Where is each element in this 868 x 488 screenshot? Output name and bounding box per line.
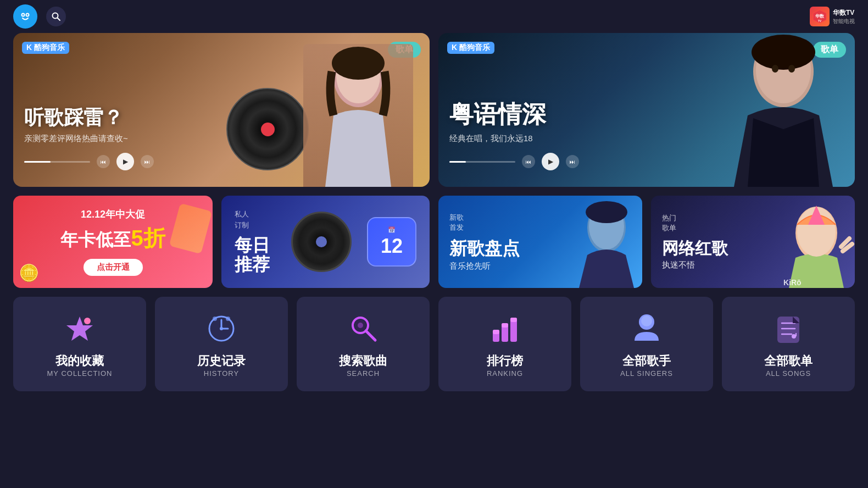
history-en: HISTORY — [197, 369, 246, 378]
main-content: K 酷狗音乐 歌单 听歌踩 — [0, 33, 868, 400]
svg-point-39 — [358, 323, 363, 328]
svg-point-16 — [772, 65, 778, 73]
brand-text: 华数TV 智能电视 — [833, 8, 855, 25]
chart-icon — [487, 311, 522, 346]
svg-rect-43 — [493, 330, 499, 334]
daily-tag1: 私人 — [235, 209, 270, 219]
songs-cn: 全部歌单 — [764, 353, 813, 369]
svg-point-35 — [226, 317, 230, 321]
play-btn-right[interactable]: ▶ — [542, 153, 559, 170]
promo-hot-card[interactable]: 热门 歌单 网络红歌 执迷不悟 KiR — [651, 196, 855, 288]
nav-ranking[interactable]: 排行榜 RANKING — [438, 297, 571, 391]
daily-text-area: 私人 订制 每日 推荐 — [235, 209, 270, 274]
ranking-en: RANKING — [487, 369, 523, 378]
banner-right[interactable]: K 酷狗音乐 歌单 粤语情深 — [438, 33, 855, 187]
search-button[interactable] — [46, 7, 66, 26]
search-labels: 搜索歌曲 SEARCH — [339, 353, 387, 378]
banner-controls-right: ⏮ ▶ ⏭ — [449, 153, 579, 170]
vinyl-record — [226, 88, 309, 170]
svg-line-6 — [58, 18, 60, 21]
search-en: SEARCH — [339, 369, 387, 378]
banners-row: K 酷狗音乐 歌单 听歌踩 — [13, 33, 855, 187]
banner-left[interactable]: K 酷狗音乐 歌单 听歌踩 — [13, 33, 430, 187]
person-icon — [629, 311, 664, 346]
svg-point-12 — [332, 47, 385, 80]
banner-title-left: 听歌踩雷？ — [24, 106, 154, 129]
svg-point-20 — [586, 201, 627, 223]
new-singer-img — [571, 200, 642, 288]
header-left — [13, 4, 66, 29]
promo-sale-card[interactable]: 🪙 12.12年中大促 年卡低至5折 点击开通 — [13, 196, 213, 288]
singers-labels: 全部歌手 ALL SINGERS — [620, 353, 673, 378]
banner-k-logo-right: K 酷狗音乐 — [447, 42, 494, 54]
banner-title-right: 粤语情深 — [449, 100, 579, 129]
nav-singers[interactable]: 全部歌手 ALL SINGERS — [580, 297, 713, 391]
svg-text:KiRō: KiRō — [783, 278, 802, 287]
star-icon — [62, 311, 97, 346]
svg-rect-45 — [510, 318, 517, 322]
nav-collection[interactable]: 我的收藏 MY COLLECTION — [13, 297, 146, 391]
progress-bar-right — [449, 161, 515, 163]
clock-icon — [204, 311, 239, 346]
nav-history[interactable]: 历史记录 HISTORY — [155, 297, 288, 391]
brand-logo: 华数 TV 华数TV 智能电视 — [810, 7, 855, 26]
svg-line-38 — [366, 331, 375, 340]
svg-point-3 — [23, 14, 24, 16]
promo-row: 🪙 12.12年中大促 年卡低至5折 点击开通 私人 订制 每日 推荐 📅 12 — [13, 196, 855, 288]
svg-text:华数: 华数 — [815, 14, 825, 19]
svg-point-47 — [641, 315, 652, 326]
calendar-icon: 📅 12 — [367, 217, 416, 267]
singers-cn: 全部歌手 — [620, 353, 673, 369]
coupon-decoration — [169, 203, 213, 254]
collection-en: MY COLLECTION — [47, 369, 113, 378]
promo-daily-card[interactable]: 私人 订制 每日 推荐 📅 12 — [221, 196, 430, 288]
svg-point-4 — [27, 14, 29, 16]
brand-icon: 华数 TV — [810, 7, 830, 26]
prev-btn-left[interactable]: ⏮ — [97, 155, 110, 168]
svg-point-34 — [213, 317, 217, 321]
svg-point-28 — [84, 318, 91, 324]
ranking-cn: 排行榜 — [487, 353, 523, 369]
daily-title: 每日 推荐 — [235, 236, 270, 274]
play-btn-left[interactable]: ▶ — [116, 153, 134, 170]
collection-labels: 我的收藏 MY COLLECTION — [47, 353, 113, 378]
singers-en: ALL SINGERS — [620, 369, 673, 378]
svg-text:TV: TV — [818, 19, 822, 23]
svg-point-0 — [18, 9, 32, 24]
ranking-labels: 排行榜 RANKING — [487, 353, 523, 378]
collection-cn: 我的收藏 — [47, 353, 113, 369]
sale-btn[interactable]: 点击开通 — [84, 259, 143, 276]
svg-point-53 — [792, 334, 796, 339]
next-btn-right[interactable]: ⏭ — [566, 155, 579, 168]
artist-photo-right — [680, 33, 855, 187]
sale-title: 年卡低至5折 — [60, 223, 165, 253]
songs-labels: 全部歌单 ALL SONGS — [764, 353, 813, 378]
app-logo — [13, 4, 37, 29]
banner-controls-left: ⏮ ▶ ⏭ — [24, 153, 154, 170]
history-cn: 历史记录 — [197, 353, 246, 369]
history-labels: 历史记录 HISTORY — [197, 353, 246, 378]
svg-point-15 — [752, 35, 815, 70]
banner-subtitle-right: 经典在唱，我们永远18 — [449, 134, 579, 144]
daily-tag2: 订制 — [235, 220, 270, 230]
calendar-number: 12 — [381, 235, 403, 258]
header-right: 华数 TV 华数TV 智能电视 — [810, 7, 855, 26]
promo-new-card[interactable]: 新歌 首发 新歌盘点 音乐抢先听 — [438, 196, 642, 288]
banner-content-right: 粤语情深 经典在唱，我们永远18 ⏮ ▶ ⏭ — [449, 100, 579, 170]
svg-point-33 — [220, 327, 223, 330]
search-song-icon — [346, 311, 381, 346]
search-cn: 搜索歌曲 — [339, 353, 387, 369]
songs-en: ALL SONGS — [764, 369, 813, 378]
coin-decoration: 🪙 — [19, 263, 39, 282]
nav-songs[interactable]: 全部歌单 ALL SONGS — [722, 297, 855, 391]
prev-btn-right[interactable]: ⏮ — [522, 155, 535, 168]
kiro-character: KiRō — [778, 203, 855, 288]
nav-search[interactable]: 搜索歌曲 SEARCH — [297, 297, 430, 391]
sale-tag: 12.12年中大促 — [81, 208, 145, 221]
banner-content-left: 听歌踩雷？ 亲测零差评网络热曲请查收~ ⏮ ▶ ⏭ — [24, 106, 154, 170]
artist-photo-left — [303, 44, 413, 187]
header: 华数 TV 华数TV 智能电视 — [0, 0, 868, 33]
list-icon — [771, 311, 806, 346]
next-btn-left[interactable]: ⏭ — [141, 155, 154, 168]
progress-bar-left — [24, 161, 90, 163]
